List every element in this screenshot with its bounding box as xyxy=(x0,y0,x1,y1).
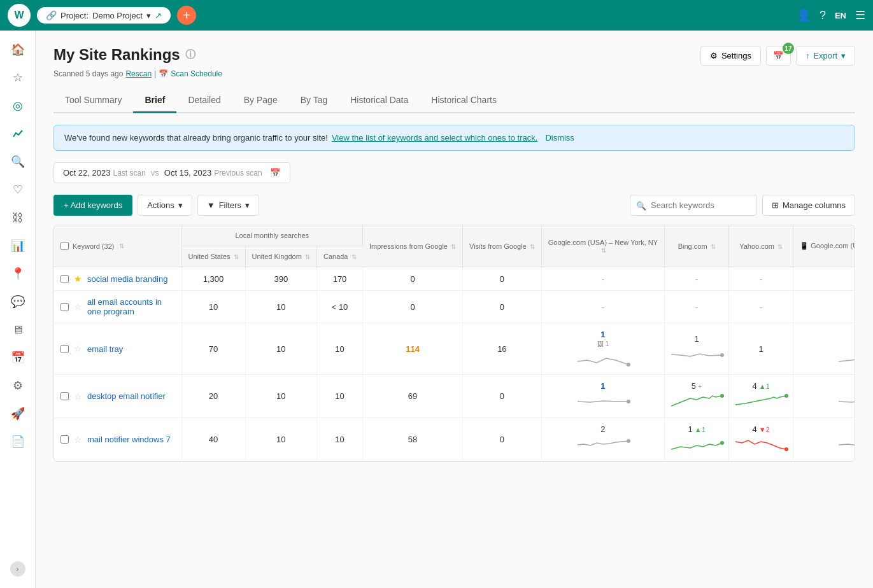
filters-label: Filters xyxy=(219,200,241,210)
bing-value: 5 + xyxy=(665,375,729,418)
language-selector[interactable]: EN xyxy=(835,11,846,20)
star-icon[interactable]: ★ xyxy=(74,274,82,284)
date-picker-button[interactable]: 📅 xyxy=(270,168,281,178)
rank-up-icon: ▲1 xyxy=(759,382,770,390)
search-icon: 🔍 xyxy=(636,200,646,210)
actions-button[interactable]: Actions ▾ xyxy=(138,195,192,216)
sidebar-item-reports[interactable]: 📄 xyxy=(5,429,31,454)
help-circle-icon[interactable]: ⓘ xyxy=(185,48,195,62)
tab-by-tag[interactable]: By Tag xyxy=(289,88,339,113)
svg-point-3 xyxy=(627,400,630,403)
sidebar-item-monitor[interactable]: 🖥 xyxy=(5,317,31,342)
sidebar-item-scheduler[interactable]: 📅 xyxy=(5,345,31,370)
scan-schedule-link[interactable]: Scan Schedule xyxy=(171,69,222,78)
impressions-value: 0 xyxy=(363,267,463,291)
google-mobile-value: 3 xyxy=(793,418,855,461)
google-com-header: Google.com (USA) – New York, NY ⇅ xyxy=(541,225,664,267)
row-checkbox[interactable] xyxy=(60,303,69,311)
uk-header: United Kingdom ⇅ xyxy=(245,246,316,267)
keyword-link[interactable]: social media branding xyxy=(87,274,167,284)
calendar-icon: 📅 xyxy=(773,51,784,60)
sidebar-item-rankings[interactable] xyxy=(5,121,31,146)
sidebar-item-leads[interactable]: 🚀 xyxy=(5,401,31,426)
settings-button[interactable]: ⚙ Settings xyxy=(700,46,761,66)
us-value: 40 xyxy=(181,418,245,461)
chevron-down-icon: ▾ xyxy=(178,200,183,210)
tab-historical-data[interactable]: Historical Data xyxy=(339,88,420,113)
sidebar-item-backlinks[interactable]: ⛓ xyxy=(5,205,31,230)
sidebar-item-local[interactable]: 📍 xyxy=(5,261,31,286)
add-project-button[interactable]: + xyxy=(177,6,196,25)
row-checkbox[interactable] xyxy=(60,392,69,400)
keyword-link[interactable]: desktop email notifier xyxy=(87,391,166,401)
tab-detailed[interactable]: Detailed xyxy=(176,88,232,113)
project-selector[interactable]: 🔗 Project: Demo Project ▾ ↗ xyxy=(37,7,171,24)
sort-icon: ⇅ xyxy=(234,253,239,260)
page-title: My Site Rankings ⓘ xyxy=(53,46,195,64)
export-button[interactable]: ↑ Export ▾ xyxy=(796,46,855,66)
visits-value: 0 xyxy=(463,291,542,323)
svg-point-0 xyxy=(627,363,630,367)
keyword-link[interactable]: email tray xyxy=(87,344,123,354)
visits-value: 0 xyxy=(463,375,542,418)
svg-point-9 xyxy=(784,447,788,451)
star-icon[interactable]: ☆ xyxy=(74,302,82,312)
help-icon[interactable]: ? xyxy=(820,9,826,22)
project-label: Project: xyxy=(60,11,89,20)
tab-brief[interactable]: Brief xyxy=(133,88,176,113)
keyword-cell: ☆ all email accounts in one program xyxy=(54,291,181,323)
yahoo-value: 4 ▲1 xyxy=(729,375,793,418)
row-checkbox[interactable] xyxy=(60,345,69,353)
svg-point-5 xyxy=(784,394,788,398)
star-icon[interactable]: ☆ xyxy=(74,435,82,445)
row-checkbox[interactable] xyxy=(60,435,69,444)
keywords-table-wrap: Keyword (32) ⇅ Local monthly searches Im… xyxy=(53,225,855,462)
manage-columns-button[interactable]: ⊞ Manage columns xyxy=(762,195,855,216)
sidebar-item-favorites[interactable]: ☆ xyxy=(5,65,31,90)
sidebar: 🏠 ☆ ◎ 🔍 ♡ ⛓ 📊 📍 💬 🖥 📅 ⚙ 🚀 📄 › xyxy=(0,31,36,588)
add-keywords-button[interactable]: + Add keywords xyxy=(53,195,132,216)
keyword-link[interactable]: all email accounts in one program xyxy=(87,297,175,316)
menu-icon[interactable]: ☰ xyxy=(855,8,865,22)
search-keywords-input[interactable] xyxy=(630,195,757,216)
tab-historical-charts[interactable]: Historical Charts xyxy=(420,88,508,113)
tab-by-page[interactable]: By Page xyxy=(232,88,289,113)
alert-link[interactable]: View the list of keywords and select whi… xyxy=(332,133,537,143)
last-scan-date: Oct 22, 2023 xyxy=(63,168,110,178)
calendar-badge: 17 xyxy=(783,43,794,54)
user-icon[interactable]: 👤 xyxy=(797,8,811,22)
uk-value: 10 xyxy=(245,323,316,375)
sidebar-item-keywords[interactable]: 🔍 xyxy=(5,149,31,174)
keyword-link[interactable]: mail notifier windows 7 xyxy=(87,435,171,444)
calendar-button[interactable]: 📅 17 xyxy=(766,46,791,66)
uk-value: 390 xyxy=(245,267,316,291)
sidebar-item-saved[interactable]: ♡ xyxy=(5,177,31,202)
sidebar-item-social[interactable]: 💬 xyxy=(5,289,31,314)
rescan-link[interactable]: Rescan xyxy=(125,69,152,78)
toolbar: + Add keywords Actions ▾ ▼ Filters ▾ 🔍 ⊞… xyxy=(53,195,855,216)
topnav: W 🔗 Project: Demo Project ▾ ↗ + 👤 ? EN ☰ xyxy=(0,0,873,31)
bing-value: 1 xyxy=(665,323,729,375)
star-icon[interactable]: ☆ xyxy=(74,391,82,402)
select-all-checkbox[interactable] xyxy=(60,242,69,250)
visits-value: 0 xyxy=(463,267,542,291)
last-scan-label: Last scan xyxy=(113,169,145,178)
alert-dismiss-link[interactable]: Dismiss xyxy=(545,133,574,143)
svg-point-7 xyxy=(627,439,630,443)
prev-scan-date: Oct 15, 2023 xyxy=(164,168,211,178)
us-value: 20 xyxy=(181,375,245,418)
scan-info: Scanned 5 days ago Rescan | 📅 Scan Sched… xyxy=(53,69,855,78)
row-checkbox[interactable] xyxy=(60,275,69,283)
sidebar-item-projects[interactable]: ◎ xyxy=(5,93,31,118)
columns-icon: ⊞ xyxy=(772,200,779,210)
table-row: ☆ email tray 70 10 10 114 16 1 🖼 1 xyxy=(54,323,855,375)
sidebar-item-analytics[interactable]: 📊 xyxy=(5,233,31,258)
google-mobile-value: - xyxy=(793,291,855,323)
star-icon[interactable]: ☆ xyxy=(74,344,82,354)
tab-tool-summary[interactable]: Tool Summary xyxy=(53,88,133,113)
sidebar-item-home[interactable]: 🏠 xyxy=(5,37,31,62)
us-value: 70 xyxy=(181,323,245,375)
filters-button[interactable]: ▼ Filters ▾ xyxy=(197,195,259,216)
sidebar-expand-button[interactable]: › xyxy=(10,561,25,577)
sidebar-item-settings[interactable]: ⚙ xyxy=(5,373,31,398)
